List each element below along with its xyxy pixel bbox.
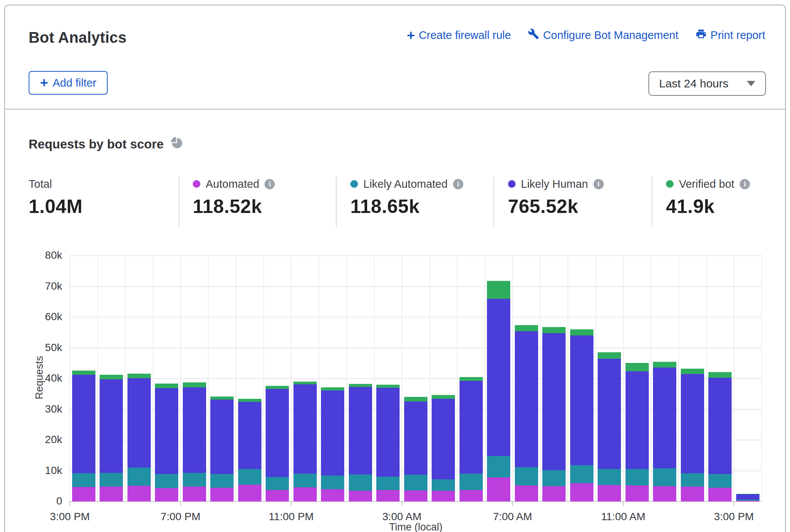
bar-segment-likely-human[interactable] xyxy=(238,402,261,469)
bar-segment-likely-automated[interactable] xyxy=(708,474,732,487)
bar-segment-likely-automated[interactable] xyxy=(404,475,427,490)
bar-segment-likely-automated[interactable] xyxy=(321,476,344,489)
bar-segment-automated[interactable] xyxy=(487,477,510,501)
bar-segment-likely-human[interactable] xyxy=(72,375,95,473)
bar-segment-likely-automated[interactable] xyxy=(72,473,95,487)
bar-segment-verified-bot[interactable] xyxy=(321,387,344,391)
bar-segment-automated[interactable] xyxy=(321,489,344,501)
bar-segment-automated[interactable] xyxy=(293,487,317,501)
bar-segment-automated[interactable] xyxy=(127,486,151,501)
bar-segment-likely-human[interactable] xyxy=(100,379,123,473)
bar-segment-automated[interactable] xyxy=(570,483,593,501)
bar-segment-verified-bot[interactable] xyxy=(626,363,649,371)
bar-segment-likely-automated[interactable] xyxy=(542,470,566,486)
bar-segment-likely-human[interactable] xyxy=(570,335,593,465)
bar-segment-automated[interactable] xyxy=(653,486,676,501)
bar-segment-verified-bot[interactable] xyxy=(266,386,289,389)
bar-segment-verified-bot[interactable] xyxy=(404,397,427,401)
bar-segment-verified-bot[interactable] xyxy=(542,327,566,333)
bar-segment-likely-automated[interactable] xyxy=(238,469,261,485)
bar-segment-likely-automated[interactable] xyxy=(459,474,483,490)
bar-segment-likely-automated[interactable] xyxy=(736,500,759,500)
bar-segment-automated[interactable] xyxy=(626,485,649,501)
bar-segment-verified-bot[interactable] xyxy=(72,371,95,374)
bar-segment-likely-human[interactable] xyxy=(432,399,455,479)
add-filter-button[interactable]: + Add filter xyxy=(29,71,108,95)
bar-segment-likely-automated[interactable] xyxy=(349,474,372,491)
bar-segment-likely-human[interactable] xyxy=(404,401,427,475)
bar-segment-likely-human[interactable] xyxy=(349,387,372,474)
info-icon[interactable]: i xyxy=(264,179,275,189)
bar-segment-likely-human[interactable] xyxy=(708,378,732,474)
bar-segment-automated[interactable] xyxy=(72,487,95,501)
bar-segment-verified-bot[interactable] xyxy=(570,329,593,335)
bar-segment-likely-human[interactable] xyxy=(376,388,400,477)
bar-segment-likely-automated[interactable] xyxy=(570,465,593,483)
bar-segment-likely-human[interactable] xyxy=(515,331,538,467)
bar-segment-likely-automated[interactable] xyxy=(653,468,676,486)
bar-segment-automated[interactable] xyxy=(349,491,372,501)
bar-segment-likely-automated[interactable] xyxy=(266,477,289,490)
bar-segment-likely-human[interactable] xyxy=(626,371,649,469)
info-icon[interactable]: i xyxy=(453,179,463,189)
bar-segment-likely-automated[interactable] xyxy=(487,456,510,477)
bar-segment-likely-human[interactable] xyxy=(598,359,621,469)
bar-segment-verified-bot[interactable] xyxy=(127,374,151,378)
bar-segment-likely-automated[interactable] xyxy=(210,474,234,488)
bar-segment-verified-bot[interactable] xyxy=(155,384,178,388)
bar-segment-automated[interactable] xyxy=(708,488,732,501)
bar-segment-automated[interactable] xyxy=(459,490,483,501)
bar-segment-likely-human[interactable] xyxy=(266,389,289,477)
bar-segment-verified-bot[interactable] xyxy=(487,281,510,299)
bar-segment-verified-bot[interactable] xyxy=(708,372,732,377)
configure-bot-management-link[interactable]: Configure Bot Management xyxy=(528,28,679,42)
bar-segment-likely-automated[interactable] xyxy=(293,474,317,487)
bar-segment-verified-bot[interactable] xyxy=(238,399,261,402)
bar-segment-verified-bot[interactable] xyxy=(459,377,483,381)
bar-segment-verified-bot[interactable] xyxy=(515,325,538,331)
print-report-link[interactable]: Print report xyxy=(695,28,765,42)
bar-segment-likely-human[interactable] xyxy=(681,374,704,473)
create-firewall-rule-link[interactable]: + Create firewall rule xyxy=(407,29,511,42)
bar-segment-likely-human[interactable] xyxy=(127,378,151,468)
bar-segment-verified-bot[interactable] xyxy=(736,494,759,494)
bar-segment-likely-automated[interactable] xyxy=(681,473,704,487)
bar-segment-automated[interactable] xyxy=(183,487,206,501)
info-icon[interactable]: i xyxy=(740,179,750,189)
bar-segment-likely-automated[interactable] xyxy=(515,467,538,485)
bar-segment-likely-human[interactable] xyxy=(736,494,759,500)
bar-segment-likely-automated[interactable] xyxy=(127,468,151,485)
bar-segment-automated[interactable] xyxy=(155,488,178,501)
bar-segment-likely-human[interactable] xyxy=(653,368,676,468)
bar-segment-likely-automated[interactable] xyxy=(376,477,400,490)
bar-segment-verified-bot[interactable] xyxy=(376,385,400,388)
bar-segment-verified-bot[interactable] xyxy=(598,352,621,359)
bar-segment-automated[interactable] xyxy=(432,491,455,501)
bar-segment-automated[interactable] xyxy=(100,487,123,501)
bar-segment-likely-automated[interactable] xyxy=(432,479,455,491)
bar-segment-automated[interactable] xyxy=(404,490,427,501)
bar-segment-automated[interactable] xyxy=(376,490,400,501)
info-icon[interactable]: i xyxy=(593,179,604,189)
bar-segment-verified-bot[interactable] xyxy=(100,375,123,379)
bar-segment-verified-bot[interactable] xyxy=(349,384,372,387)
bar-segment-verified-bot[interactable] xyxy=(681,369,704,374)
bar-segment-likely-automated[interactable] xyxy=(183,473,206,487)
bar-segment-likely-human[interactable] xyxy=(459,381,483,474)
bar-segment-verified-bot[interactable] xyxy=(293,382,317,384)
bar-segment-verified-bot[interactable] xyxy=(653,362,676,368)
bar-segment-likely-human[interactable] xyxy=(293,384,317,474)
bar-segment-automated[interactable] xyxy=(736,501,759,501)
bar-segment-automated[interactable] xyxy=(598,485,621,501)
bar-segment-likely-human[interactable] xyxy=(155,388,178,474)
bar-segment-automated[interactable] xyxy=(266,490,289,501)
bar-segment-likely-human[interactable] xyxy=(542,333,566,470)
bar-segment-automated[interactable] xyxy=(681,487,704,501)
time-range-dropdown[interactable]: Last 24 hours xyxy=(648,71,766,96)
bar-segment-automated[interactable] xyxy=(542,486,566,501)
bar-segment-likely-automated[interactable] xyxy=(626,469,649,485)
bar-segment-verified-bot[interactable] xyxy=(183,382,206,387)
bar-segment-automated[interactable] xyxy=(238,485,261,501)
bar-segment-automated[interactable] xyxy=(210,488,234,501)
bar-segment-automated[interactable] xyxy=(515,485,538,501)
